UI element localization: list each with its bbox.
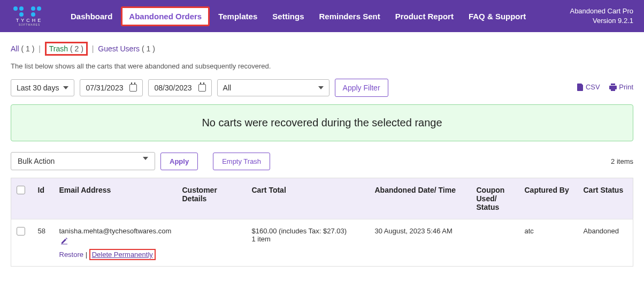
- cell-id: 58: [33, 219, 54, 267]
- version-number: Version 9.2.1: [570, 16, 633, 26]
- nav-faq-support[interactable]: FAQ & Support: [462, 6, 533, 26]
- separator: |: [83, 251, 89, 259]
- item-count: 2 items: [611, 157, 633, 165]
- logo-subtext: SOFTWARES: [19, 23, 40, 26]
- page-subtitle: The list below shows all the carts that …: [11, 62, 633, 70]
- logo-text: TYCHE: [16, 18, 43, 23]
- calendar-icon: [198, 84, 206, 92]
- filter-link-guest-users[interactable]: Guest Users ( 1 ): [98, 44, 155, 53]
- filter-link-all[interactable]: All ( 1 ): [11, 44, 34, 53]
- col-total: Cart Total: [247, 178, 370, 219]
- cell-total: $160.00 (includes Tax: $27.03) 1 item: [247, 219, 370, 267]
- status-select[interactable]: All: [217, 79, 329, 96]
- nav-product-report[interactable]: Product Report: [389, 6, 460, 26]
- col-captured: Captured By: [519, 178, 578, 219]
- status-filter-links: All ( 1 ) | Trash ( 2 ) | Guest Users ( …: [11, 42, 633, 56]
- logo: TYCHE SOFTWARES: [11, 6, 48, 26]
- export-csv-link[interactable]: CSV: [577, 83, 600, 91]
- col-date: Abandoned Date/ Time: [370, 178, 471, 219]
- apply-filter-button[interactable]: Apply Filter: [335, 79, 388, 97]
- bulk-apply-button[interactable]: Apply: [160, 153, 198, 170]
- caret-down-icon: [318, 86, 324, 89]
- info-alert: No carts were recovered during the selec…: [11, 104, 633, 141]
- date-from-input[interactable]: 07/31/2023: [80, 79, 143, 96]
- select-all-checkbox[interactable]: [17, 186, 25, 194]
- restore-link[interactable]: Restore: [59, 251, 84, 259]
- nav-reminders-sent[interactable]: Reminders Sent: [313, 6, 387, 26]
- col-customer: Customer Details: [177, 178, 247, 219]
- file-icon: [577, 84, 584, 91]
- col-status: Cart Status: [578, 178, 633, 219]
- empty-trash-button[interactable]: Empty Trash: [213, 153, 270, 170]
- cell-coupon: [471, 219, 519, 267]
- calendar-icon: [129, 84, 137, 92]
- col-coupon: Coupon Used/ Status: [471, 178, 519, 219]
- export-links: CSV Print: [570, 83, 633, 93]
- col-id: Id: [33, 178, 54, 219]
- cell-email: tanisha.mehta@tychesoftwares.com Restore…: [54, 219, 177, 267]
- print-icon: [609, 84, 617, 91]
- date-to-input[interactable]: 08/30/2023: [148, 79, 211, 96]
- caret-down-icon: [143, 157, 148, 165]
- cell-status: Abandoned: [578, 219, 633, 267]
- date-range-select[interactable]: Last 30 days: [11, 79, 74, 96]
- print-link[interactable]: Print: [609, 83, 633, 91]
- bulk-action-select[interactable]: Bulk Action: [11, 152, 155, 170]
- version-info: Abandoned Cart Pro Version 9.2.1: [570, 6, 633, 26]
- cell-date: 30 August, 2023 5:46 AM: [370, 219, 471, 267]
- separator: |: [39, 44, 41, 53]
- caret-down-icon: [63, 86, 68, 89]
- separator: |: [92, 44, 94, 53]
- cell-customer: [177, 219, 247, 267]
- cell-captured: atc: [519, 219, 578, 267]
- nav-templates[interactable]: Templates: [212, 6, 264, 26]
- nav-dashboard[interactable]: Dashboard: [64, 6, 119, 26]
- nav-settings[interactable]: Settings: [266, 6, 310, 26]
- version-title: Abandoned Cart Pro: [570, 6, 633, 16]
- filter-link-trash[interactable]: Trash ( 2 ): [45, 42, 88, 56]
- carts-table: Id Email Address Customer Details Cart T…: [11, 178, 633, 267]
- table-row: 58 tanisha.mehta@tychesoftwares.com Rest…: [11, 219, 633, 267]
- delete-permanently-link[interactable]: Delete Permanently: [89, 249, 156, 260]
- nav-abandoned-orders[interactable]: Abandoned Orders: [121, 6, 210, 26]
- edit-icon[interactable]: [60, 238, 68, 246]
- row-checkbox[interactable]: [17, 227, 25, 236]
- main-nav: Dashboard Abandoned Orders Templates Set…: [64, 6, 570, 26]
- col-email: Email Address: [54, 178, 177, 219]
- filter-controls: Last 30 days 07/31/2023 08/30/2023 All A…: [11, 79, 388, 97]
